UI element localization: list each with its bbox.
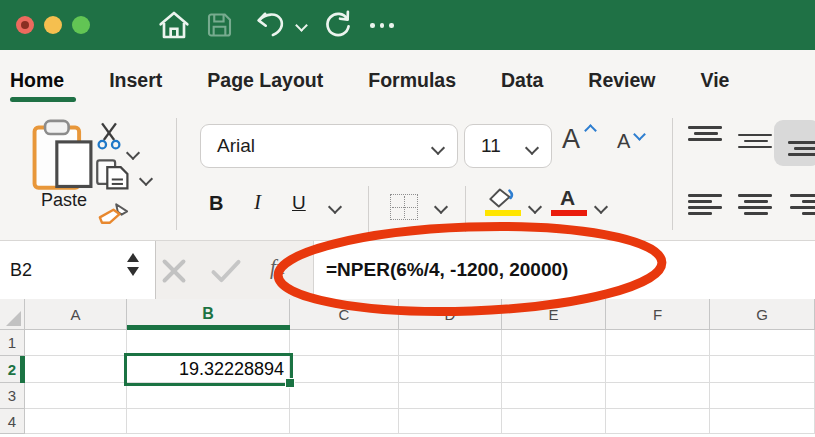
- tab-review[interactable]: Review: [588, 69, 655, 92]
- cell-c3[interactable]: [290, 383, 399, 409]
- tab-data[interactable]: Data: [501, 69, 543, 92]
- italic-button[interactable]: I: [254, 190, 261, 215]
- align-bottom-icon[interactable]: [788, 126, 815, 156]
- fill-color-dropdown-icon[interactable]: [528, 200, 542, 214]
- bold-button[interactable]: B: [209, 192, 223, 215]
- row-header-4[interactable]: 4: [0, 409, 25, 434]
- fill-color-bar: [485, 210, 521, 216]
- fill-color-icon[interactable]: [486, 186, 518, 210]
- underline-button[interactable]: U: [292, 192, 306, 214]
- grow-font-button[interactable]: A: [562, 124, 580, 155]
- format-painter-icon[interactable]: [96, 201, 132, 225]
- font-size-select[interactable]: 11: [464, 124, 552, 168]
- cell-a2[interactable]: [25, 356, 127, 383]
- grow-font-letter: A: [562, 124, 580, 154]
- spinner-down-icon[interactable]: [127, 267, 139, 276]
- clipboard-icon[interactable]: [28, 118, 104, 192]
- cell-f2[interactable]: [606, 356, 710, 383]
- select-all-icon: [6, 311, 21, 326]
- cell-d3[interactable]: [399, 383, 502, 409]
- font-color-button[interactable]: A: [560, 186, 575, 210]
- cancel-icon[interactable]: [161, 258, 187, 284]
- close-button[interactable]: [16, 16, 34, 34]
- cell-a4[interactable]: [25, 409, 127, 434]
- undo-dropdown-icon[interactable]: [295, 19, 308, 32]
- insert-function-icon[interactable]: fx: [270, 255, 285, 280]
- cell-a3[interactable]: [25, 383, 127, 409]
- cell-c2[interactable]: [290, 356, 399, 383]
- formula-input[interactable]: =NPER(6%/4, -1200, 20000): [313, 241, 815, 299]
- spreadsheet-grid: A B C D E F G 1 2 19.32228894 3 4: [0, 299, 815, 437]
- cell-f4[interactable]: [606, 409, 710, 434]
- align-middle-icon[interactable]: [738, 126, 774, 156]
- row-header-3[interactable]: 3: [0, 383, 25, 409]
- cell-d2[interactable]: [399, 356, 502, 383]
- more-icon[interactable]: [370, 23, 394, 28]
- cell-a1[interactable]: [25, 330, 127, 356]
- font-name-select[interactable]: Arial: [200, 124, 458, 168]
- column-header-a[interactable]: A: [25, 299, 127, 330]
- font-color-bar: [551, 210, 587, 216]
- underline-dropdown-icon[interactable]: [328, 200, 342, 214]
- scissors-icon[interactable]: [97, 121, 121, 151]
- cell-e4[interactable]: [502, 409, 606, 434]
- cell-g4[interactable]: [710, 409, 815, 434]
- tab-formulas[interactable]: Formulas: [368, 69, 456, 92]
- ribbon: Paste Arial 11 A A B I U: [0, 110, 815, 240]
- cell-g2[interactable]: [710, 356, 815, 383]
- column-header-e[interactable]: E: [502, 299, 606, 330]
- borders-icon[interactable]: [390, 194, 418, 220]
- cell-b3[interactable]: [127, 383, 290, 409]
- tab-insert[interactable]: Insert: [109, 69, 162, 92]
- shrink-font-button[interactable]: A: [617, 130, 630, 153]
- align-top-icon[interactable]: [688, 126, 724, 156]
- row-header-1[interactable]: 1: [0, 330, 25, 356]
- home-icon[interactable]: [158, 10, 190, 40]
- fill-handle[interactable]: [285, 378, 295, 388]
- zoom-button[interactable]: [72, 16, 90, 34]
- cell-d4[interactable]: [399, 409, 502, 434]
- cell-g3[interactable]: [710, 383, 815, 409]
- name-box-spinner[interactable]: [127, 253, 139, 276]
- cell-e3[interactable]: [502, 383, 606, 409]
- copy-icon[interactable]: [95, 158, 133, 192]
- cell-e2[interactable]: [502, 356, 606, 383]
- column-header-g[interactable]: G: [710, 299, 815, 330]
- paste-button[interactable]: Paste: [26, 190, 102, 211]
- cell-f1[interactable]: [606, 330, 710, 356]
- select-all-corner[interactable]: [0, 299, 25, 330]
- font-name-value: Arial: [201, 135, 255, 157]
- column-header-c[interactable]: C: [290, 299, 399, 330]
- minimize-button[interactable]: [44, 16, 62, 34]
- formula-bar: B2 fx =NPER(6%/4, -1200, 20000): [0, 240, 815, 299]
- cell-c4[interactable]: [290, 409, 399, 434]
- active-tab-indicator: [10, 97, 76, 102]
- chevron-up-icon: [584, 124, 597, 137]
- borders-dropdown-icon[interactable]: [434, 200, 448, 214]
- redo-icon[interactable]: [322, 10, 352, 39]
- cell-d1[interactable]: [399, 330, 502, 356]
- group-divider: [368, 186, 369, 232]
- cell-e1[interactable]: [502, 330, 606, 356]
- enter-check-icon[interactable]: [210, 258, 242, 284]
- cell-b4[interactable]: [127, 409, 290, 434]
- cell-f3[interactable]: [606, 383, 710, 409]
- spinner-up-icon[interactable]: [127, 253, 139, 262]
- copy-dropdown-icon[interactable]: [139, 172, 153, 186]
- align-center-icon[interactable]: [738, 194, 774, 224]
- column-header-f[interactable]: F: [606, 299, 710, 330]
- titlebar: [0, 0, 815, 50]
- group-divider: [176, 118, 177, 230]
- align-right-icon[interactable]: [790, 194, 815, 224]
- align-left-icon[interactable]: [688, 194, 724, 224]
- tab-page-layout[interactable]: Page Layout: [207, 69, 323, 92]
- save-icon[interactable]: [205, 11, 234, 39]
- tab-view[interactable]: Vie: [701, 69, 730, 92]
- cell-c1[interactable]: [290, 330, 399, 356]
- cell-g1[interactable]: [710, 330, 815, 356]
- selected-column-indicator: [127, 325, 290, 330]
- column-header-d[interactable]: D: [399, 299, 502, 330]
- font-color-dropdown-icon[interactable]: [594, 200, 608, 214]
- undo-icon[interactable]: [255, 10, 286, 39]
- tab-home[interactable]: Home: [10, 69, 64, 92]
